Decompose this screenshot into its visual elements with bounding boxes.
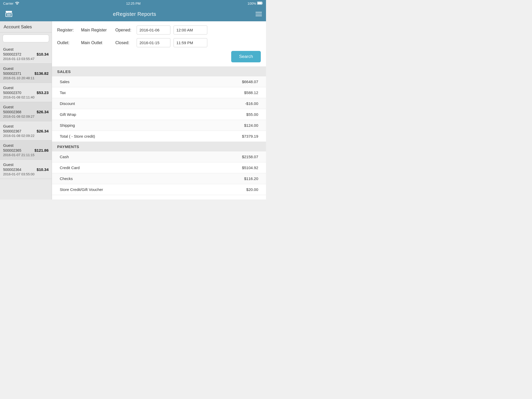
- list-item-amount: $26.34: [37, 129, 49, 133]
- sales-row: Tax $588.12: [52, 87, 266, 98]
- opened-time-input[interactable]: [174, 25, 207, 35]
- opened-label: Opened:: [115, 28, 134, 32]
- list-item-name: Guest: [3, 47, 49, 51]
- svg-rect-1: [257, 2, 262, 4]
- payments-row-value: $5104.92: [242, 165, 258, 170]
- list-item[interactable]: Guest 500002367 $26.34 2016-01-08 02:09:…: [0, 121, 52, 141]
- sales-rows: Sales $6648.07 Tax $588.12 Discount -$16…: [52, 76, 266, 142]
- payments-row-label: Cash: [60, 155, 69, 159]
- sales-row-label: Discount: [60, 101, 75, 106]
- list-item[interactable]: Guest 500002365 $121.86 2016-01-07 21:11…: [0, 141, 52, 160]
- closed-time-input[interactable]: [174, 38, 207, 47]
- payments-row: Credit Card $5104.92: [52, 162, 266, 173]
- payments-section: PAYMENTS Cash $2158.07 Credit Card $5104…: [52, 142, 266, 195]
- list-item-name: Guest: [3, 66, 49, 71]
- list-item-amount: $10.34: [37, 167, 49, 172]
- list-item[interactable]: Guest 500002370 $53.23 2016-01-08 02:11:…: [0, 83, 52, 102]
- list-item-name: Guest: [3, 162, 49, 167]
- sales-row-value: $55.00: [246, 112, 258, 117]
- sales-section: SALES Sales $6648.07 Tax $588.12 Discoun…: [52, 67, 266, 142]
- list-item[interactable]: Guest 500002372 $10.34 2016-01-13 03:55:…: [0, 44, 52, 64]
- list-item-date: 2016-01-07 03:55:00: [3, 172, 49, 176]
- payments-row-value: $116.20: [244, 176, 258, 181]
- app-title: eRegister Reports: [113, 11, 156, 17]
- list-item-amount: $136.82: [35, 71, 49, 76]
- list-item-id: 500002368: [3, 110, 21, 114]
- sales-row: Shipping $124.00: [52, 120, 266, 131]
- outlet-value: Main Outlet: [81, 41, 112, 45]
- list-item-id: 500002371: [3, 71, 21, 76]
- sales-section-header: SALES: [52, 67, 266, 76]
- filter-row-outlet: Outlet: Main Outlet Closed:: [57, 38, 261, 47]
- list-item-row: 500002372 $10.34: [3, 52, 49, 56]
- status-right: 100%: [248, 2, 263, 5]
- register-value: Main Register: [81, 28, 112, 32]
- closed-label: Closed:: [115, 41, 134, 45]
- filter-actions: Search: [57, 51, 261, 62]
- list-item-id: 500002367: [3, 129, 21, 133]
- sales-row-value: -$16.00: [245, 101, 258, 106]
- sales-row-label: Sales: [60, 79, 70, 84]
- payments-row-value: $2158.07: [242, 155, 258, 159]
- carrier-label: Carrier: [3, 2, 14, 5]
- sales-row-label: Tax: [60, 90, 66, 95]
- list-item[interactable]: Guest 500002371 $136.82 2016-01-10 20:48…: [0, 64, 52, 83]
- sales-row-value: $7379.19: [242, 134, 258, 138]
- list-item-date: 2016-01-08 02:11:40: [3, 95, 49, 99]
- list-item-id: 500002365: [3, 148, 21, 152]
- sales-row: Gift Wrap $55.00: [52, 109, 266, 120]
- sales-row-value: $124.00: [244, 123, 258, 128]
- list-item-id: 500002372: [3, 52, 21, 56]
- status-time: 12:25 PM: [126, 2, 141, 5]
- outlet-label: Outlet:: [57, 41, 78, 45]
- sidebar-title: Account Sales: [0, 21, 52, 32]
- list-item-amount: $26.34: [37, 110, 49, 114]
- wifi-icon: [15, 2, 19, 5]
- search-input[interactable]: [3, 35, 49, 42]
- payments-row: Checks $116.20: [52, 173, 266, 184]
- app-header: eRegister Reports: [0, 7, 266, 21]
- list-item-name: Guest: [3, 105, 49, 109]
- list-item[interactable]: Guest 500002364 $10.34 2016-01-07 03:55:…: [0, 160, 52, 179]
- sidebar: Account Sales magnifying-glass;🔍 Guest 5…: [0, 21, 52, 200]
- list-item[interactable]: Guest 500002368 $26.34 2016-01-08 02:09:…: [0, 102, 52, 121]
- sales-row: Total ( - Store credit) $7379.19: [52, 131, 266, 142]
- payments-row: Store Credit/Gift Voucher $20.00: [52, 184, 266, 195]
- search-wrapper: magnifying-glass;🔍: [3, 35, 49, 42]
- list-item-date: 2016-01-08 02:09:22: [3, 134, 49, 138]
- menu-button[interactable]: [256, 12, 262, 16]
- closed-date-input[interactable]: [137, 38, 170, 47]
- list-item-row: 500002364 $10.34: [3, 167, 49, 172]
- sales-row: Sales $6648.07: [52, 76, 266, 87]
- payments-row-label: Store Credit/Gift Voucher: [60, 187, 103, 192]
- register-label: Register:: [57, 28, 78, 32]
- content-area: Register: Main Register Opened: Outlet: …: [52, 21, 266, 200]
- sales-row-label: Total ( - Store credit): [60, 134, 95, 138]
- list-item-row: 500002371 $136.82: [3, 71, 49, 76]
- list-item-name: Guest: [3, 124, 49, 128]
- battery-icon: [257, 2, 263, 5]
- payments-row-value: $20.00: [246, 187, 258, 192]
- opened-date-input[interactable]: [137, 25, 170, 35]
- list-item-id: 500002364: [3, 168, 21, 172]
- sidebar-list: Guest 500002372 $10.34 2016-01-13 03:55:…: [0, 44, 52, 200]
- sales-row-value: $6648.07: [242, 79, 258, 84]
- list-item-name: Guest: [3, 85, 49, 90]
- status-bar: Carrier 12:25 PM 100%: [0, 0, 266, 7]
- svg-rect-4: [7, 14, 11, 15]
- filter-row-register: Register: Main Register Opened:: [57, 25, 261, 35]
- svg-rect-3: [6, 13, 12, 17]
- sales-row-label: Gift Wrap: [60, 112, 76, 117]
- battery-label: 100%: [248, 2, 256, 5]
- list-item-amount: $53.23: [37, 90, 49, 95]
- search-button[interactable]: Search: [231, 51, 261, 62]
- search-container: magnifying-glass;🔍: [0, 32, 52, 44]
- svg-rect-5: [7, 15, 11, 16]
- main-layout: Account Sales magnifying-glass;🔍 Guest 5…: [0, 21, 266, 200]
- list-item-row: 500002365 $121.86: [3, 148, 49, 152]
- status-left: Carrier: [3, 2, 19, 5]
- printer-icon[interactable]: [4, 9, 14, 19]
- payments-rows: Cash $2158.07 Credit Card $5104.92 Check…: [52, 151, 266, 195]
- list-item-date: 2016-01-08 02:09:27: [3, 115, 49, 118]
- list-item-date: 2016-01-10 20:48:11: [3, 76, 49, 80]
